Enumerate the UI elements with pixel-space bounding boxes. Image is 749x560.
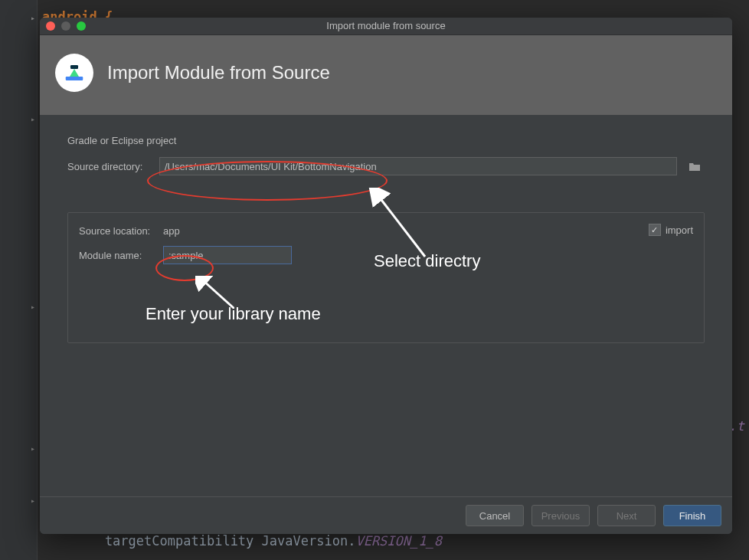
editor-gutter: ▸ ▸ ▸ ▸ ▸: [0, 0, 38, 560]
fold-marker-icon: ▸: [31, 115, 35, 123]
finish-button[interactable]: Finish: [663, 505, 721, 526]
fold-marker-icon: ▸: [31, 496, 35, 505]
close-icon[interactable]: [46, 21, 55, 31]
module-name-input[interactable]: [163, 246, 292, 264]
import-module-dialog: Import module from source Import Module …: [40, 18, 732, 534]
import-checkbox-row[interactable]: ✓ import: [649, 224, 693, 236]
project-type-hint: Gradle or Eclipse project: [67, 135, 705, 146]
fold-marker-icon: ▸: [31, 444, 35, 453]
import-checkbox-label: import: [666, 224, 693, 236]
android-studio-icon: [55, 54, 93, 92]
next-button[interactable]: Next: [597, 505, 656, 526]
dialog-heading: Import Module from Source: [107, 62, 330, 84]
dialog-header: Import Module from Source: [40, 35, 732, 115]
source-directory-label: Source directory:: [67, 161, 152, 172]
fold-marker-icon: ▸: [31, 14, 35, 22]
svg-rect-1: [66, 77, 83, 80]
import-checkbox[interactable]: ✓: [649, 224, 661, 236]
fold-marker-icon: ▸: [31, 303, 35, 311]
module-name-row: Module name:: [79, 246, 693, 264]
minimize-icon[interactable]: [61, 21, 70, 31]
source-location-row: Source location: app: [79, 225, 693, 237]
code-enum: VERSION_1_8: [355, 533, 442, 549]
dialog-title: Import module from source: [326, 20, 445, 31]
module-name-label: Module name:: [79, 250, 155, 261]
folder-icon: [688, 161, 701, 172]
browse-folder-button[interactable]: [685, 157, 705, 175]
cancel-button[interactable]: Cancel: [466, 505, 524, 526]
previous-button[interactable]: Previous: [531, 505, 590, 526]
source-directory-row: Source directory:: [67, 157, 705, 175]
source-location-value: app: [163, 225, 180, 237]
dialog-footer: Cancel Previous Next Finish: [40, 496, 732, 534]
module-details-panel: ✓ import Source location: app Module nam…: [67, 212, 705, 343]
svg-rect-0: [70, 65, 78, 69]
zoom-icon[interactable]: [77, 21, 86, 31]
window-controls: [46, 21, 86, 31]
dialog-titlebar: Import module from source: [40, 18, 732, 35]
code-line: targetCompatibility JavaVersion.VERSION_…: [42, 533, 442, 549]
source-directory-input[interactable]: [159, 157, 677, 175]
source-location-label: Source location:: [79, 225, 155, 237]
code-text: targetCompatibility JavaVersion.: [42, 533, 355, 549]
dialog-body: Gradle or Eclipse project Source directo…: [40, 115, 732, 496]
